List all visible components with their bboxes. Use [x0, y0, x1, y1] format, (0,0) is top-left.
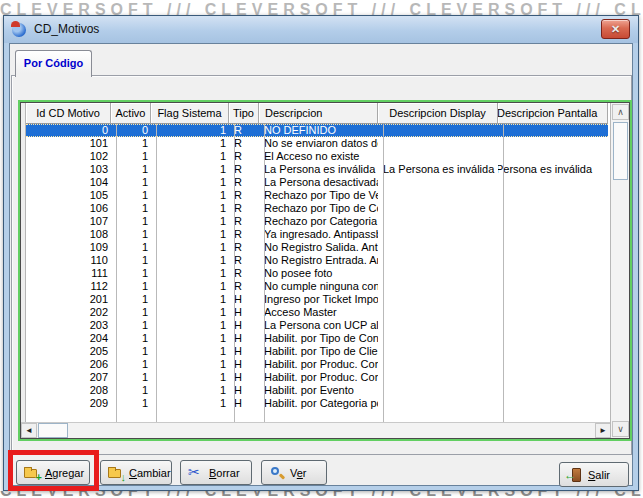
cell-display: [378, 371, 498, 384]
column-header-id[interactable]: Id CD Motivo: [26, 103, 111, 124]
cell-descripcion: Ya ingresado. Antipassba: [259, 228, 378, 241]
cell-pantalla: [498, 137, 608, 150]
cell-activo: 1: [111, 228, 151, 241]
column-header-flag-sistema[interactable]: Flag Sistema: [151, 103, 229, 124]
table-row[interactable]: 20511HHabilit. por Tipo de Client: [26, 345, 608, 358]
cell-id: 205: [26, 345, 111, 358]
cell-display: [378, 254, 498, 267]
cell-pantalla: [498, 202, 608, 215]
table-row[interactable]: 20911HHabilit. por Categoria por: [26, 397, 608, 410]
title-bar[interactable]: CD_Motivos ✕: [4, 16, 638, 43]
ver-button[interactable]: Ver: [261, 460, 327, 485]
cell-id: 201: [26, 293, 111, 306]
cell-pantalla: [498, 306, 608, 319]
table-row[interactable]: 10311RLa Persona es inválidaLa Persona e…: [26, 163, 608, 176]
cell-activo: 1: [111, 280, 151, 293]
ver-button-label: Ver: [290, 467, 307, 479]
table-row[interactable]: 20611HHabilit. por Produc. Comp: [26, 358, 608, 371]
folder-down-icon: ↓: [108, 466, 124, 480]
cell-flag: 1: [151, 241, 229, 254]
close-button[interactable]: ✕: [601, 19, 630, 39]
scroll-down-icon: ∨: [617, 424, 624, 434]
cell-flag: 1: [151, 397, 229, 410]
grid-line: [156, 124, 157, 422]
column-header-descripcion-pantalla[interactable]: Descripcion Pantalla: [498, 103, 608, 124]
column-header-tipo[interactable]: Tipo: [229, 103, 259, 124]
cell-display: [378, 137, 498, 150]
table-row[interactable]: 11011RNo Registro Entrada. Ant: [26, 254, 608, 267]
cell-flag: 1: [151, 254, 229, 267]
table-row[interactable]: 10811RYa ingresado. Antipassba: [26, 228, 608, 241]
cell-descripcion: Habilit. por Tipo de Client: [259, 345, 378, 358]
vertical-scroll-thumb[interactable]: [613, 122, 628, 180]
cell-flag: 1: [151, 163, 229, 176]
close-icon: ✕: [611, 23, 620, 35]
scissors-icon: ✂: [188, 466, 204, 480]
table-row[interactable]: 11111RNo posee foto: [26, 267, 608, 280]
cell-display: [378, 397, 498, 410]
table-row[interactable]: 001RNO DEFINIDO: [26, 124, 608, 137]
cell-id: 110: [26, 254, 111, 267]
table-row[interactable]: 10711RRechazo por Categoria: [26, 215, 608, 228]
table-row[interactable]: 20811HHabilit. por Evento: [26, 384, 608, 397]
salir-button[interactable]: ← Salir: [559, 462, 629, 487]
cambiar-button[interactable]: ↓ Cambiar: [100, 460, 172, 485]
vertical-scrollbar[interactable]: ∧ ∨: [610, 103, 629, 438]
table-row[interactable]: 10611RRechazo por Tipo de Cor: [26, 202, 608, 215]
cell-display: La Persona es inválida: [378, 163, 498, 176]
cell-flag: 1: [151, 189, 229, 202]
scroll-up-arrow[interactable]: ∧: [612, 104, 629, 120]
cell-display: [378, 228, 498, 241]
scroll-left-arrow[interactable]: ◄: [21, 423, 37, 438]
cell-display: [378, 176, 498, 189]
cell-flag: 1: [151, 384, 229, 397]
cell-id: 108: [26, 228, 111, 241]
cell-pantalla: [498, 384, 608, 397]
table-row[interactable]: 11211RNo cumple ninguna cond: [26, 280, 608, 293]
cell-id: 203: [26, 319, 111, 332]
cell-flag: 1: [151, 293, 229, 306]
column-header-activo[interactable]: Activo: [111, 103, 151, 124]
table-row[interactable]: 10511RRechazo por Tipo de Ver: [26, 189, 608, 202]
cell-pantalla: [498, 176, 608, 189]
cell-pantalla: Persona es inválida: [498, 163, 608, 176]
cell-activo: 1: [111, 137, 151, 150]
cell-display: [378, 150, 498, 163]
table-row[interactable]: 20211HAcceso Master: [26, 306, 608, 319]
table-row[interactable]: 10911RNo Registro Salida. Antip: [26, 241, 608, 254]
table-row[interactable]: 10211REl Acceso no existe: [26, 150, 608, 163]
scroll-right-arrow[interactable]: ►: [595, 423, 611, 438]
cell-descripcion: Habilit. por Produc. Comp: [259, 371, 378, 384]
cell-descripcion: No Registro Entrada. Ant: [259, 254, 378, 267]
row-indicator-column: [21, 103, 26, 422]
table-row[interactable]: 10411RLa Persona desactivada: [26, 176, 608, 189]
table-row[interactable]: 20111HIngreso por Ticket Import: [26, 293, 608, 306]
table-row[interactable]: 10111RNo se enviaron datos de: [26, 137, 608, 150]
cell-flag: 1: [151, 319, 229, 332]
cell-id: 102: [26, 150, 111, 163]
column-header-descripcion[interactable]: Descripcion: [259, 103, 378, 124]
cell-activo: 1: [111, 176, 151, 189]
cell-descripcion: El Acceso no existe: [259, 150, 378, 163]
horizontal-scroll-thumb[interactable]: [38, 423, 68, 438]
borrar-button[interactable]: ✂ Borrar: [180, 460, 252, 485]
tab-por-codigo[interactable]: Por Código: [15, 50, 92, 77]
cd-motivos-dialog: CD_Motivos ✕ Por Código Id CD Motivo Act…: [3, 15, 639, 491]
cell-pantalla: [498, 150, 608, 163]
cell-descripcion: Rechazo por Tipo de Ver: [259, 189, 378, 202]
cell-id: 107: [26, 215, 111, 228]
cell-flag: 1: [151, 228, 229, 241]
cell-flag: 1: [151, 332, 229, 345]
table-row[interactable]: 20311HLa Persona con UCP al c: [26, 319, 608, 332]
column-header-descripcion-display[interactable]: Descripcion Display: [378, 103, 498, 124]
cell-activo: 1: [111, 306, 151, 319]
horizontal-scrollbar[interactable]: ◄ ►: [21, 422, 611, 438]
scroll-right-icon: ►: [599, 426, 607, 435]
borrar-button-label: Borrar: [209, 467, 240, 479]
table-row[interactable]: 20711HHabilit. por Produc. Comp: [26, 371, 608, 384]
scroll-down-arrow[interactable]: ∨: [612, 421, 629, 437]
app-icon: [11, 21, 28, 38]
cell-descripcion: Habilit. por Evento: [259, 384, 378, 397]
table-row[interactable]: 20411HHabilit. por Tipo de Contr: [26, 332, 608, 345]
grid-line: [234, 124, 235, 422]
